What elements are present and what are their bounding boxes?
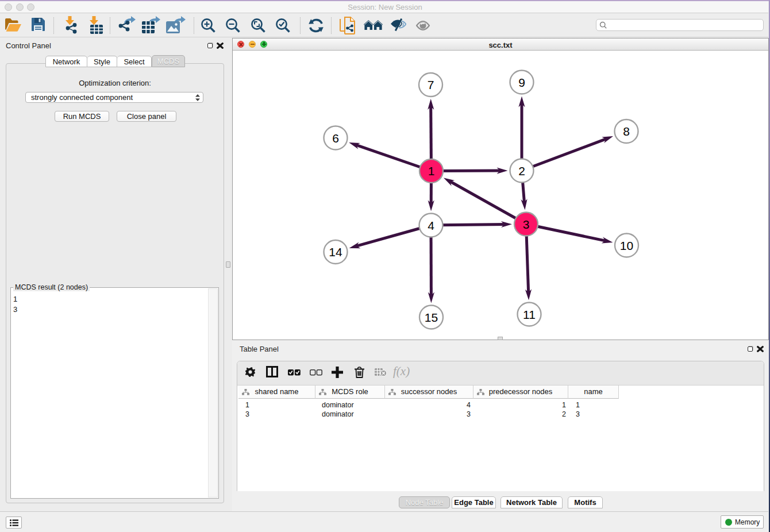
svg-text:4: 4 <box>428 219 434 232</box>
svg-text:9: 9 <box>518 76 525 89</box>
svg-text:1: 1 <box>428 164 435 178</box>
svg-text:6: 6 <box>332 132 339 145</box>
svg-text:10: 10 <box>620 239 633 252</box>
svg-text:14: 14 <box>329 245 342 259</box>
svg-text:11: 11 <box>523 308 536 321</box>
svg-text:15: 15 <box>425 311 438 324</box>
svg-text:7: 7 <box>428 78 434 91</box>
svg-text:3: 3 <box>523 218 530 231</box>
svg-text:2: 2 <box>518 164 525 178</box>
svg-text:8: 8 <box>623 125 630 138</box>
